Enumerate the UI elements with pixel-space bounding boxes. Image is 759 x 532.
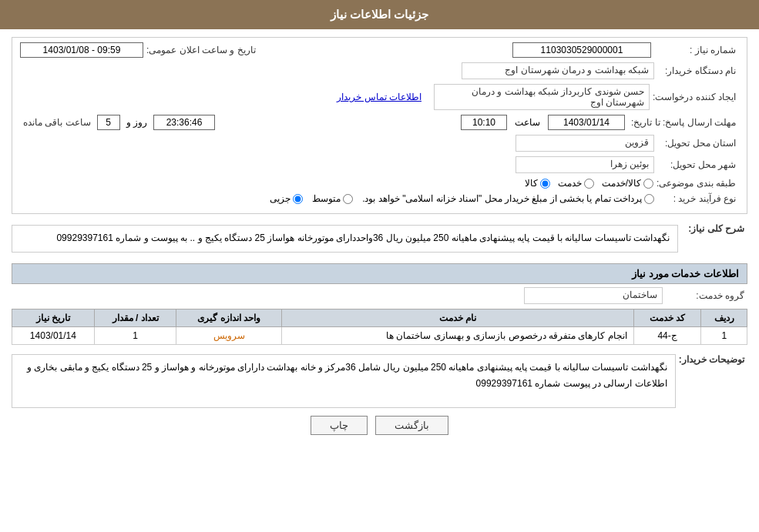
need-number-value: 1103030529000001 bbox=[512, 42, 651, 58]
creator-label: ایجاد کننده درخواست: bbox=[650, 92, 739, 102]
process-label-note: پرداخت تمام یا بخشی از مبلغ خریدار محل "… bbox=[362, 193, 642, 204]
process-option-note[interactable]: پرداخت تمام یا بخشی از مبلغ خریدار محل "… bbox=[362, 193, 654, 204]
row-name: انجام کارهای متفرقه درخصوص بازسازی و بهس… bbox=[282, 326, 634, 344]
process-label-medium: متوسط bbox=[312, 193, 341, 204]
service-group-label: گروه خدمت: bbox=[663, 290, 747, 301]
category-label-khedmat: خدمت bbox=[558, 178, 582, 189]
header-title: جزئیات اطلاعات نیاز bbox=[331, 8, 428, 21]
table-row: 1 ج-44 انجام کارهای متفرقه درخصوص بازساز… bbox=[12, 326, 747, 344]
narration-value: نگهداشت تاسیسات سالیانه با قیمت پایه پیش… bbox=[12, 225, 678, 253]
creator-link[interactable]: اطلاعات تماس خریدار bbox=[337, 92, 421, 102]
action-buttons: بازگشت چاپ bbox=[12, 416, 747, 435]
col-header-date: تاریخ نیاز bbox=[12, 309, 95, 326]
category-radio-group: کالا/خدمت خدمت کالا bbox=[525, 178, 653, 189]
delivery-city-label: شهر محل تحویل: bbox=[654, 159, 739, 170]
page-header: جزئیات اطلاعات نیاز bbox=[0, 0, 759, 29]
row-code: ج-44 bbox=[633, 326, 701, 344]
send-days-value: 5 bbox=[97, 115, 120, 130]
process-label-partial: جزیی bbox=[270, 193, 291, 204]
col-header-code: کد خدمت bbox=[633, 309, 701, 326]
delivery-province-label: استان محل تحویل: bbox=[654, 138, 739, 149]
category-radio-kala[interactable] bbox=[540, 179, 550, 189]
row-unit: سرویس bbox=[176, 326, 282, 344]
send-time-label: ساعت bbox=[515, 117, 540, 128]
announce-datetime-label: تاریخ و ساعت اعلان عمومی: bbox=[146, 45, 256, 55]
send-deadline-label: مهلت ارسال پاسخ: تا تاریخ: bbox=[628, 117, 739, 128]
category-radio-kala-khedmat[interactable] bbox=[643, 179, 653, 189]
category-radio-khedmat[interactable] bbox=[584, 179, 594, 189]
buyer-desc-value: نگهداشت تاسیسات سالیانه با قیمت پایه پیش… bbox=[12, 354, 676, 408]
category-option-kala-khedmat[interactable]: کالا/خدمت bbox=[602, 178, 653, 189]
print-button[interactable]: چاپ bbox=[311, 416, 368, 435]
narration-label: شرح کلی نیاز: bbox=[678, 220, 747, 234]
send-remaining-value: 23:36:46 bbox=[153, 115, 215, 130]
col-header-name: نام خدمت bbox=[282, 309, 634, 326]
category-option-kala[interactable]: کالا bbox=[525, 178, 550, 189]
row-num: 1 bbox=[701, 326, 747, 344]
announce-datetime-value: 1403/01/08 - 09:59 bbox=[20, 42, 143, 58]
category-label-kala-khedmat: کالا/خدمت bbox=[602, 178, 641, 189]
category-option-khedmat[interactable]: خدمت bbox=[558, 178, 594, 189]
process-option-medium[interactable]: متوسط bbox=[312, 193, 353, 204]
category-label: طبقه بندی موضوعی: bbox=[653, 178, 739, 189]
buyer-desc-label: توضیحات خریدار: bbox=[676, 351, 747, 365]
send-remaining-label: ساعت باقی مانده bbox=[23, 117, 91, 128]
back-button[interactable]: بازگشت bbox=[375, 416, 448, 435]
send-date-value: 1403/01/14 bbox=[548, 115, 625, 130]
col-header-unit: واحد اندازه گیری bbox=[176, 309, 282, 326]
process-option-partial[interactable]: جزیی bbox=[270, 193, 303, 204]
need-number-label: شماره نیاز : bbox=[654, 45, 739, 55]
col-header-qty: تعداد / مقدار bbox=[94, 309, 176, 326]
row-qty: 1 bbox=[94, 326, 176, 344]
buyer-org-label: نام دستگاه خریدار: bbox=[654, 65, 739, 76]
process-radio-note[interactable] bbox=[644, 194, 654, 204]
send-time-value: 10:10 bbox=[461, 115, 507, 130]
delivery-province-value: قزوین bbox=[516, 135, 654, 152]
send-days-label: روز و bbox=[126, 117, 147, 128]
row-date: 1403/01/14 bbox=[12, 326, 95, 344]
process-label: نوع فرآیند خرید : bbox=[654, 193, 739, 204]
service-table: ردیف کد خدمت نام خدمت واحد اندازه گیری ت… bbox=[12, 309, 747, 345]
buyer-org-value: شبکه بهداشت و درمان شهرستان اوج bbox=[462, 62, 654, 79]
service-group-value: ساختمان bbox=[524, 287, 663, 304]
creator-value: حسن شوندی کاربرداز شبکه بهداشت و درمان ش… bbox=[434, 84, 650, 110]
process-radio-partial[interactable] bbox=[293, 194, 303, 204]
process-radio-medium[interactable] bbox=[343, 194, 353, 204]
service-section-header: اطلاعات خدمات مورد نیاز bbox=[12, 263, 747, 284]
category-label-kala: کالا bbox=[525, 178, 538, 189]
col-header-row: ردیف bbox=[701, 309, 747, 326]
delivery-city-value: بوئین زهرا bbox=[516, 156, 654, 173]
